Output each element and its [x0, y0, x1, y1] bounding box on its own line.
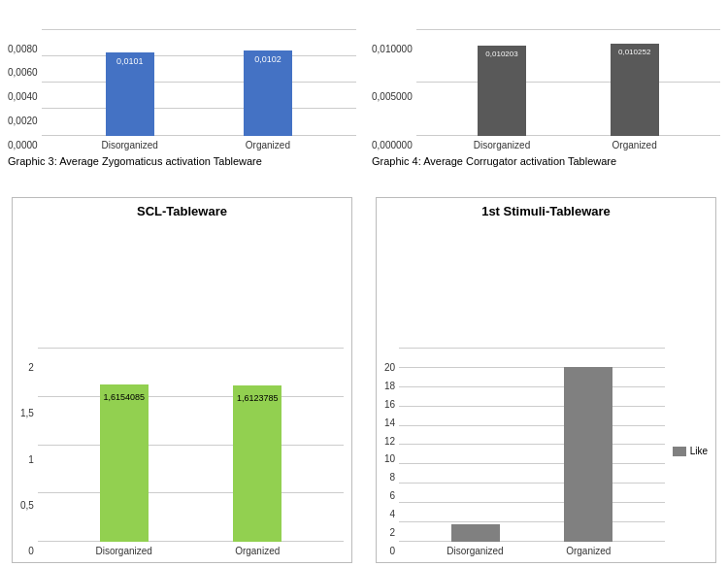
y-label: 0,0060 — [8, 67, 38, 78]
x-label-disorganized: Disorganized — [447, 546, 505, 556]
bar-wrapper — [564, 348, 612, 542]
bar-group: 1,6154085 — [100, 348, 149, 542]
top-left-bars-area: 0,0101 0,0102 — [42, 29, 356, 150]
y-label: 14 — [384, 417, 395, 428]
bottom-left-bars-with-grid: 1,6154085 1,6123785 — [38, 348, 344, 542]
x-label-organized: Organized — [228, 546, 286, 556]
y-label: 2 — [390, 527, 396, 538]
bar-organized — [564, 367, 612, 542]
y-label: 10 — [384, 453, 395, 464]
y-label: 4 — [390, 509, 396, 519]
bottom-right-x-labels: Disorganized Organized — [399, 542, 665, 556]
y-label: 0,010000 — [372, 44, 413, 54]
y-label: 0,0020 — [8, 116, 38, 126]
bar-value: 0,010203 — [485, 50, 517, 58]
bar-wrapper: 1,6123785 — [233, 348, 281, 542]
top-right-chart-box: 0,010000 0,005000 0,000000 — [372, 4, 720, 150]
bar-value: 0,0102 — [254, 54, 281, 64]
page: 0,0080 0,0060 0,0040 0,0020 0,0000 — [0, 0, 728, 567]
bar-wrapper: 0,0102 — [244, 29, 292, 136]
bottom-right-panel: 1st Stimuli-Tableware 20 18 16 14 12 10 … — [364, 189, 728, 567]
bar-group — [564, 348, 612, 542]
top-right-bars-area: 0,010203 0,010252 — [416, 29, 720, 150]
bottom-right-title: 1st Stimuli-Tableware — [384, 204, 708, 218]
bottom-left-bars-area: 1,6154085 1,6123785 — [38, 348, 344, 556]
bottom-right-bars-with-grid — [399, 348, 665, 542]
bottom-left-x-labels: Disorganized Organized — [38, 542, 344, 556]
bar-wrapper: 1,6154085 — [100, 348, 149, 542]
bar-group: 1,6123785 — [233, 348, 281, 542]
bar-wrapper: 0,010203 — [478, 29, 526, 136]
bar-organized: 0,0102 — [244, 50, 292, 136]
bar-group: 0,0101 — [106, 29, 154, 136]
bar-organized: 0,010252 — [611, 44, 659, 136]
top-right-y-axis: 0,010000 0,005000 0,000000 — [372, 44, 416, 150]
bar-wrapper: 0,0101 — [106, 29, 154, 136]
y-label: 18 — [384, 381, 395, 391]
y-label: 2 — [28, 362, 34, 373]
bar-disorganized: 1,6154085 — [100, 384, 149, 542]
bottom-left-y-axis: 2 1,5 1 0,5 0 — [20, 362, 38, 556]
top-right-panel: 0,010000 0,005000 0,000000 — [364, 0, 728, 170]
bottom-right-bars-area: Disorganized Organized — [399, 348, 665, 556]
legend-item-like: Like — [673, 446, 708, 456]
top-left-chart-box: 0,0080 0,0060 0,0040 0,0020 0,0000 — [8, 4, 356, 150]
bottom-left-title: SCL-Tableware — [20, 204, 344, 218]
x-label-organized: Organized — [239, 140, 297, 150]
bar-value: 0,010252 — [618, 48, 650, 56]
y-label: 6 — [390, 490, 396, 501]
top-right-bars-with-grid: 0,010203 0,010252 — [416, 29, 720, 136]
bar-group: 0,0102 — [244, 29, 292, 136]
top-left-y-axis: 0,0080 0,0060 0,0040 0,0020 0,0000 — [8, 44, 42, 150]
y-label: 0,0000 — [8, 140, 38, 150]
top-left-panel: 0,0080 0,0060 0,0040 0,0020 0,0000 — [0, 0, 364, 170]
bottom-right-bars-with-legend: Disorganized Organized Like — [399, 348, 708, 556]
legend-color-like — [673, 447, 686, 456]
x-label-disorganized: Disorganized — [473, 140, 531, 150]
y-label: 0,5 — [20, 500, 34, 511]
bottom-left-panel: SCL-Tableware 2 1,5 1 0,5 0 — [0, 189, 364, 567]
top-left-bars-container: 0,0101 0,0102 — [42, 29, 356, 136]
top-left-bars-with-grid: 0,0101 0,0102 — [42, 29, 356, 136]
bar-disorganized: 0,010203 — [478, 46, 526, 136]
legend-label-like: Like — [690, 446, 708, 456]
y-label: 16 — [384, 399, 395, 410]
bar-disorganized: 0,0101 — [106, 52, 154, 136]
bottom-right-chart-box: 1st Stimuli-Tableware 20 18 16 14 12 10 … — [376, 197, 716, 563]
y-label: 12 — [384, 436, 395, 447]
top-left-x-labels: Disorganized Organized — [42, 136, 356, 150]
y-label: 0,005000 — [372, 91, 413, 102]
y-label: 8 — [390, 472, 396, 483]
bar-group: 0,010203 — [478, 29, 526, 136]
bottom-right-y-axis: 20 18 16 14 12 10 8 6 4 2 0 — [384, 362, 399, 556]
x-label-disorganized: Disorganized — [95, 546, 153, 556]
x-label-organized: Organized — [559, 546, 617, 556]
bar-value: 1,6123785 — [237, 393, 279, 403]
y-label: 20 — [384, 362, 395, 373]
x-label-organized: Organized — [606, 140, 664, 150]
top-right-x-labels: Disorganized Organized — [416, 136, 720, 150]
bottom-right-bars-container — [399, 348, 665, 542]
bar-group: 0,010252 — [611, 29, 659, 136]
y-label: 0,0040 — [8, 91, 38, 102]
bar-value: 1,6154085 — [103, 392, 145, 402]
bar-group — [451, 348, 500, 542]
bar-wrapper: 0,010252 — [611, 29, 659, 136]
bar-wrapper — [451, 348, 500, 542]
legend: Like — [665, 348, 708, 556]
bottom-left-chart-box: SCL-Tableware 2 1,5 1 0,5 0 — [12, 197, 352, 563]
y-label: 0,0080 — [8, 44, 38, 54]
y-label: 0,000000 — [372, 140, 413, 150]
bar-organized: 1,6123785 — [233, 385, 281, 542]
y-label: 0 — [28, 546, 34, 556]
y-label: 1,5 — [20, 408, 34, 418]
y-label: 1 — [28, 454, 34, 465]
top-right-caption: Graphic 4: Average Corrugator activation… — [372, 154, 720, 168]
top-left-caption: Graphic 3: Average Zygomaticus activatio… — [8, 154, 356, 168]
top-right-bars-container: 0,010203 0,010252 — [416, 29, 720, 136]
top-row: 0,0080 0,0060 0,0040 0,0020 0,0000 — [0, 0, 728, 170]
y-label: 0 — [390, 546, 396, 556]
bar-value: 0,0101 — [116, 56, 144, 66]
bar-disorganized — [451, 524, 500, 542]
x-label-disorganized: Disorganized — [101, 140, 159, 150]
